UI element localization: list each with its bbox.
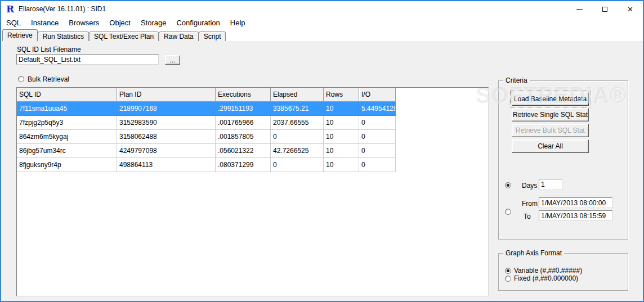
menu-item-instance[interactable]: Instance [26, 17, 64, 29]
close-icon: ✕ [627, 6, 633, 13]
cell-plan-id: 498864113 [117, 158, 216, 172]
cell-plan-id: 4249797098 [117, 144, 216, 158]
cell-plan-id: 3152983590 [117, 116, 216, 130]
table-row[interactable]: 8fjguksny9r4p 498864113 .080371299 0 10 … [17, 158, 488, 172]
bulk-retrieval-label: Bulk Retrieval [28, 75, 69, 83]
tab-run-statistics[interactable]: Run Statistics [38, 31, 89, 41]
cell-executions: .056021322 [216, 144, 271, 158]
filename-input[interactable] [16, 54, 159, 65]
cell-plan-id: 2189907168 [117, 102, 216, 116]
table-header-row: SQL ID Plan ID Executions Elapsed Rows I… [17, 88, 488, 102]
app-window: R Ellarose(Ver 16.11.01) : SID1 ✕ SQLIns… [0, 0, 644, 302]
cell-io: 0 [359, 144, 396, 158]
window-controls: ✕ [567, 1, 643, 17]
cell-executions: .001765966 [216, 116, 271, 130]
variable-format-label: Variable (#,##0.#####) [514, 267, 582, 274]
cell-executions: .299151193 [216, 102, 271, 116]
menu-item-sql[interactable]: SQL [1, 17, 26, 29]
menu-item-help[interactable]: Help [225, 17, 251, 29]
cell-rows: 10 [324, 130, 359, 144]
to-input[interactable] [539, 210, 612, 221]
window-title: Ellarose(Ver 16.11.01) : SID1 [19, 1, 106, 17]
cell-sql-id: 8fjguksny9r4p [17, 158, 117, 172]
date-range-radio[interactable] [505, 209, 511, 215]
tab-strip: RetrieveRun StatisticsSQL Text/Exec Plan… [1, 29, 643, 41]
column-header-rows[interactable]: Rows [324, 88, 359, 102]
tab-sql-text-exec-plan[interactable]: SQL Text/Exec Plan [89, 31, 159, 41]
table-row[interactable]: 86jbg57um34rc 4249797098 .056021322 42.7… [17, 144, 488, 158]
column-header-executions[interactable]: Executions [216, 88, 271, 102]
close-button[interactable]: ✕ [618, 1, 643, 17]
days-radio[interactable] [505, 182, 511, 188]
fixed-format-label: Fixed (#,##0.000000) [514, 274, 578, 282]
menu-item-browsers[interactable]: Browsers [64, 17, 104, 29]
graph-axis-format-title: Graph Axis Format [503, 249, 564, 257]
tab-raw-data[interactable]: Raw Data [159, 31, 199, 41]
variable-format-radio[interactable] [505, 268, 511, 274]
minimize-button[interactable] [567, 1, 592, 17]
cell-plan-id: 3158062488 [117, 130, 216, 144]
cell-rows: 10 [324, 102, 359, 116]
menu-item-storage[interactable]: Storage [136, 17, 172, 29]
column-header-elapsed[interactable]: Elapsed [271, 88, 324, 102]
clear-all-button[interactable]: Clear All [512, 139, 589, 153]
cell-sql-id: 86jbg57um34rc [17, 144, 117, 158]
cell-executions: .001857805 [216, 130, 271, 144]
cell-io: 0 [359, 116, 396, 130]
tab-script[interactable]: Script [199, 31, 226, 41]
column-header-io[interactable]: I/O [359, 88, 396, 102]
to-label: To [524, 213, 531, 220]
sql-list-panel: SQL ID Plan ID Executions Elapsed Rows I… [16, 87, 489, 296]
load-baseline-metadata-button[interactable]: Load Baseline Metadata [512, 92, 589, 106]
fixed-format-radio[interactable] [505, 276, 511, 282]
days-input[interactable] [539, 179, 562, 190]
cell-elapsed: 3385675.21 [271, 102, 324, 116]
cell-sql-id: 864zm6m5kygaj [17, 130, 117, 144]
cell-elapsed: 0 [271, 130, 324, 144]
table-row[interactable]: 7f11sma1uua45 2189907168 .299151193 3385… [17, 102, 488, 116]
column-header-plan-id[interactable]: Plan ID [117, 88, 216, 102]
table-row[interactable]: 7fzpjg2p5q5y3 3152983590 .001765966 2037… [17, 116, 488, 130]
cell-elapsed: 0 [271, 158, 324, 172]
menu-bar: SQLInstanceBrowsersObjectStorageConfigur… [1, 17, 643, 29]
retrieve-bulk-sql-stat-button[interactable]: Retrieve Bulk SQL Stat [512, 124, 589, 137]
table-row[interactable]: 864zm6m5kygaj 3158062488 .001857805 0 10… [17, 130, 488, 144]
tab-retrieve[interactable]: Retrieve [2, 29, 38, 41]
maximize-button[interactable] [592, 1, 618, 17]
cell-rows: 10 [324, 144, 359, 158]
maximize-icon [602, 7, 607, 12]
cell-io: 0 [359, 158, 396, 172]
browse-button[interactable]: ... [165, 55, 180, 65]
days-label: Days [522, 182, 537, 190]
cell-rows: 10 [324, 158, 359, 172]
column-header-sql-id[interactable]: SQL ID [17, 88, 117, 102]
cell-elapsed: 42.7266525 [271, 144, 324, 158]
menu-item-configuration[interactable]: Configuration [171, 17, 225, 29]
cell-sql-id: 7fzpjg2p5q5y3 [17, 116, 117, 130]
filename-label: SQL ID List Filename [17, 46, 81, 53]
cell-elapsed: 2037.66555 [271, 116, 324, 130]
cell-sql-id: 7f11sma1uua45 [17, 102, 117, 116]
cell-executions: .080371299 [216, 158, 271, 172]
retrieve-tab-page: SQL ID List Filename ... Bulk Retrieval … [1, 41, 643, 301]
app-logo-icon: R [6, 3, 14, 15]
from-label: From [522, 200, 538, 208]
menu-item-object[interactable]: Object [104, 17, 136, 29]
cell-rows: 10 [324, 116, 359, 130]
from-input[interactable] [539, 197, 612, 208]
graph-axis-format-groupbox: Graph Axis Format Variable (#,##0.#####)… [498, 253, 628, 291]
cell-io: 5.44954128 [359, 102, 396, 116]
bulk-retrieval-radio[interactable] [18, 76, 24, 82]
title-bar: R Ellarose(Ver 16.11.01) : SID1 ✕ [1, 1, 643, 17]
criteria-groupbox: Criteria Load Baseline Metadata Retrieve… [498, 80, 628, 240]
criteria-title: Criteria [503, 76, 530, 84]
retrieve-single-sql-stat-button[interactable]: Retrieve Single SQL Stat [512, 108, 589, 121]
minimize-icon [576, 9, 583, 10]
cell-io: 0 [359, 130, 396, 144]
